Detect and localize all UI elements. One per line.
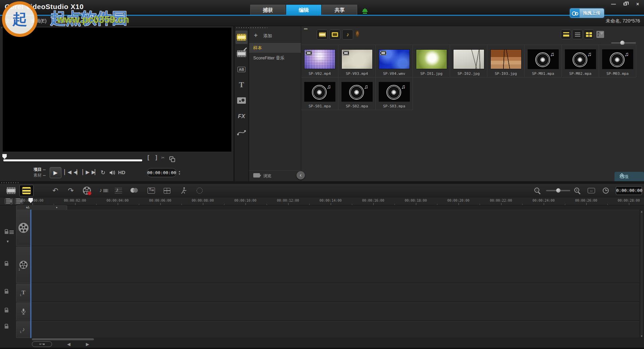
timeline-ruler[interactable]: 00:00:00:0000:00:02:0000:00:04:0000:00:0… [0, 197, 644, 205]
enlarge-preview-icon[interactable] [169, 156, 173, 160]
prev-frame-button[interactable]: ◀▏ [73, 169, 80, 175]
get-more-content-button[interactable]: ↓ [356, 30, 359, 41]
lock-icon-music-track[interactable] [5, 326, 8, 329]
lock-icon-video-track[interactable] [5, 231, 8, 234]
timeline-horizontal-scrollbar[interactable] [32, 338, 94, 340]
nav-media-button[interactable] [235, 31, 248, 44]
timeline-zoom-slider[interactable] [546, 190, 570, 191]
undo-button[interactable]: ↶ [50, 185, 61, 196]
subtitle-editor-button[interactable]: T [146, 185, 157, 196]
track-list-icon[interactable] [9, 231, 14, 234]
library-media-item[interactable]: SP-M03.mpa [599, 45, 636, 78]
tab-share[interactable]: 共享 [322, 5, 357, 15]
horizontal-splitter[interactable] [0, 181, 644, 184]
menu-item[interactable]: 文件(F) [5, 18, 21, 24]
music-track-lane[interactable] [32, 321, 639, 338]
mark-out-button[interactable]: ] [155, 154, 158, 161]
tab-edit[interactable]: 编辑 [286, 5, 321, 15]
filter-video-button[interactable] [317, 30, 328, 40]
maximize-button[interactable] [622, 1, 629, 7]
add-category-button[interactable]: + 添加 [249, 31, 301, 41]
view-list-button[interactable] [572, 30, 583, 39]
lock-icon-voice-track[interactable] [5, 310, 8, 312]
track-add-remove-strip[interactable]: +/-▾ [16, 205, 67, 210]
menu-item[interactable]: 帮助(H) [108, 18, 123, 24]
video-track-lane[interactable] [32, 210, 639, 246]
library-media-item[interactable]: SP-S02.mpa [338, 78, 376, 110]
video-track-header[interactable] [16, 210, 31, 246]
scroll-left-button[interactable]: ◀ [67, 342, 70, 347]
options-tab[interactable]: 选项 [614, 172, 644, 181]
collapse-panel-button[interactable]: ‹ [297, 171, 305, 180]
title-track-header[interactable]: T 1 [16, 284, 31, 302]
library-media-item[interactable]: SP-S01.mpa [301, 78, 338, 110]
voice-track-header[interactable] [16, 302, 31, 320]
close-button[interactable]: × [634, 1, 641, 7]
volume-icon[interactable] [109, 170, 116, 177]
filter-photo-button[interactable] [329, 30, 340, 40]
project-duration-button[interactable] [603, 188, 609, 194]
mark-in-button[interactable]: [ [147, 154, 150, 161]
category-scorefitter[interactable]: ScoreFitter 音乐 [249, 53, 301, 63]
panel-drag-handle[interactable] [236, 27, 267, 28]
lock-icon-overlay-track[interactable] [5, 263, 8, 266]
voice-track-lane[interactable] [32, 302, 639, 320]
timeline-zoom-in-button[interactable]: + [574, 188, 579, 193]
zoom-slider-knob[interactable] [556, 188, 560, 193]
view-grid-button[interactable] [584, 30, 594, 39]
upload-arrow-icon[interactable] [362, 5, 368, 14]
scroll-right-button[interactable]: ▶ [86, 342, 89, 347]
record-capture-button[interactable] [81, 185, 93, 196]
hd-preview-badge[interactable]: HD [118, 169, 125, 175]
scrubber-bar[interactable] [3, 159, 142, 161]
timeline-zoom-out-button[interactable]: − [534, 188, 539, 193]
menu-item[interactable]: 工具(T) [57, 18, 72, 24]
library-media-item[interactable]: SP-V04.wmv [376, 45, 413, 78]
play-button[interactable]: ▶ [50, 167, 61, 178]
menu-item[interactable]: 设置(S) [82, 18, 98, 24]
scrubber-playhead[interactable] [2, 154, 7, 159]
library-media-item[interactable]: SP-I02.jpg [450, 45, 487, 78]
mask-creator-button[interactable] [194, 185, 205, 196]
minimize-button[interactable]: — [610, 1, 617, 7]
library-media-item[interactable]: SP-V02.mp4 [301, 45, 338, 78]
home-button[interactable]: ▏◀ [64, 169, 71, 175]
timecode-spinner[interactable]: ▲▼ [177, 168, 181, 177]
nav-graphic-button[interactable] [235, 94, 248, 107]
thumbnail-size-slider[interactable] [611, 42, 636, 44]
library-media-item[interactable]: SP-V03.mp4 [338, 45, 376, 78]
overlay-track-lane[interactable] [32, 247, 639, 283]
painting-creator-button[interactable] [129, 185, 140, 196]
timeline-vertical-scrollbar[interactable]: ▲ ▼ [640, 210, 643, 338]
nav-filter-button[interactable]: FX [235, 110, 248, 123]
storyboard-view-button[interactable] [4, 185, 18, 196]
filter-audio-button[interactable]: ♪ [342, 30, 353, 40]
repeat-button[interactable]: ↻ [101, 169, 105, 176]
cloud-upload-button[interactable]: 拖拽上传 [570, 8, 604, 18]
redo-button[interactable]: ↷ [65, 185, 76, 196]
menu-item[interactable]: 编辑(E) [31, 18, 47, 24]
overlay-track-header[interactable]: 1 [16, 247, 31, 283]
view-title-thumb-button[interactable] [561, 30, 571, 39]
music-track-header[interactable]: ♪ 1 [16, 321, 31, 338]
split-screen-button[interactable] [161, 185, 173, 196]
motion-tracking-button[interactable] [178, 185, 189, 196]
lock-icon-title-track[interactable] [5, 291, 8, 294]
title-track-lane[interactable] [32, 284, 639, 302]
browse-button[interactable]: 浏览 [249, 170, 301, 181]
preview-timecode[interactable]: 00:00:00:00 [147, 168, 176, 177]
timeline-timecode[interactable]: 0:00:00:00 [616, 186, 642, 195]
nav-transition-button[interactable]: AB [235, 63, 248, 76]
chapter-cue-button[interactable]: +~▾ [32, 341, 52, 347]
auto-music-button[interactable]: ♪ [113, 185, 124, 196]
mode-clip-button[interactable]: 素材 [31, 172, 46, 178]
timeline-view-button[interactable] [19, 185, 34, 196]
nav-instant-project-button[interactable] [235, 47, 248, 60]
nav-motion-path-button[interactable] [235, 126, 248, 139]
sort-button[interactable]: AZ [596, 31, 604, 38]
library-media-item[interactable]: SP-I03.jpg [487, 45, 525, 78]
mode-project-button[interactable]: 项目 [31, 167, 46, 172]
category-samples[interactable]: 样本 [249, 43, 301, 53]
collapse-tracks-arrow[interactable]: ▼ [6, 240, 9, 243]
splitter-drag-handle[interactable] [1, 182, 20, 183]
